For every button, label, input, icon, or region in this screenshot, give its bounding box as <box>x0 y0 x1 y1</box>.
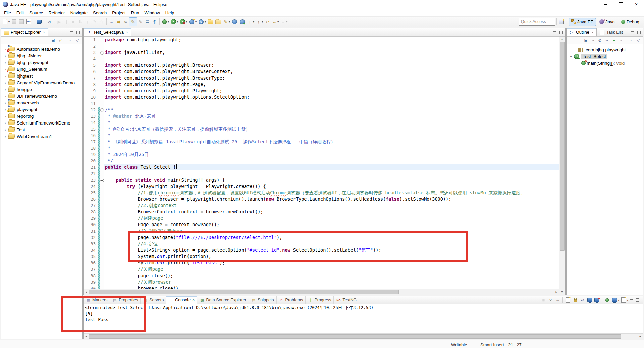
expand-chevron-icon[interactable]: › <box>3 94 8 99</box>
last-edit-location-button[interactable]: ↩ <box>264 18 271 26</box>
code-line[interactable]: 29 //创建page <box>84 215 559 221</box>
sort-button[interactable]: ↓a <box>589 37 596 44</box>
code-line[interactable]: 37 //关闭page <box>84 266 559 272</box>
project-item[interactable]: ›!Bjhg_Selenium <box>1 66 82 72</box>
code-line[interactable]: 39 //关闭browser <box>84 279 559 285</box>
maximize-editor-button[interactable] <box>559 31 563 34</box>
code-line[interactable]: 24 try (Playwright playwright = Playwrig… <box>84 183 559 190</box>
outline-package-item[interactable]: com.bjhg.playwright <box>567 46 643 53</box>
filters-button[interactable]: ◦◦ <box>628 37 635 44</box>
code-line[interactable]: 32 page.navigate("file:///E:/Desktop/tes… <box>84 234 559 241</box>
scroll-lock-button[interactable] <box>572 296 579 304</box>
scroll-up-icon[interactable]: ▴ <box>559 37 565 42</box>
task-marker-button[interactable]: ✎▾ <box>222 18 231 26</box>
import-folder-button[interactable] <box>214 18 222 26</box>
console-monitor-button[interactable] <box>36 18 43 26</box>
project-item[interactable]: ›Mmavenweb <box>1 99 82 106</box>
code-line[interactable]: 40 browser.close(); <box>84 285 559 289</box>
web-service-button[interactable]: ▾ <box>197 18 207 26</box>
project-item[interactable]: ›bjhg_playwright <box>1 59 82 66</box>
display-console-dropdown-icon[interactable]: ▾ <box>618 299 619 302</box>
forward-button[interactable]: →▾ <box>279 18 288 26</box>
expand-chevron-icon[interactable]: › <box>3 60 8 65</box>
new-server-dropdown-icon[interactable]: ▾ <box>195 20 197 23</box>
expand-chevron-icon[interactable]: › <box>3 87 8 92</box>
scroll-left-icon[interactable]: ◂ <box>84 289 89 295</box>
back-dropdown-icon[interactable]: ▾ <box>277 20 279 23</box>
remove-all-terminated-button[interactable]: ×× <box>554 296 561 304</box>
save-button[interactable] <box>10 18 18 26</box>
menu-file[interactable]: File <box>1 10 14 16</box>
expand-chevron-icon[interactable]: › <box>3 120 8 126</box>
new-wizard-button[interactable]: ▾ <box>1 18 10 26</box>
tab-console[interactable]: Console× <box>166 296 197 304</box>
code-line[interactable]: 22 <box>84 170 559 177</box>
open-wizard-folder-button[interactable] <box>207 18 214 26</box>
console-horizontal-scrollbar[interactable]: ◂ ▸ <box>84 333 643 339</box>
perspective-java[interactable]: Java <box>597 18 617 26</box>
save-all-button[interactable] <box>18 18 25 26</box>
project-item[interactable]: ›JDFrameworkDemo <box>1 93 82 99</box>
skip-all-breakpoints-button[interactable]: ⊘ <box>46 18 53 26</box>
menu-source[interactable]: Source <box>26 10 46 16</box>
debug-button[interactable]: ▾ <box>161 18 170 26</box>
hide-static-button[interactable]: ⊘s <box>603 37 610 44</box>
new-wizard-dropdown-icon[interactable]: ▾ <box>8 20 10 23</box>
minimize-outline-button[interactable] <box>630 31 635 34</box>
code-line[interactable]: 8import com.microsoft.playwright.Page; <box>84 81 559 88</box>
menu-project[interactable]: Project <box>109 10 128 16</box>
pin-console-button[interactable] <box>603 296 611 304</box>
tab-progress[interactable]: ∥Progress <box>306 296 334 304</box>
tab-project-explorer[interactable]: Project Explorer × <box>1 28 48 36</box>
project-item[interactable]: ›Copy of VipFrameworkDemo <box>1 79 82 86</box>
terminate-button[interactable]: ■ <box>540 296 547 304</box>
new-server-button[interactable]: ▾ <box>188 18 197 26</box>
show-on-stdout-button[interactable] <box>586 296 593 304</box>
fold-collapse-icon[interactable] <box>100 108 104 112</box>
close-tab-icon[interactable]: × <box>192 298 195 302</box>
open-perspective-button[interactable] <box>558 18 564 26</box>
open-web-browser-button[interactable] <box>231 18 238 26</box>
scroll-left-icon[interactable]: ◂ <box>84 334 89 339</box>
coverage-button[interactable]: ▾ <box>179 18 188 26</box>
minimize-console-button[interactable] <box>629 298 633 302</box>
close-view-icon[interactable]: × <box>43 30 45 34</box>
expand-chevron-icon[interactable]: › <box>3 134 8 139</box>
display-console-button[interactable]: ▾ <box>611 296 620 304</box>
suspend-button[interactable]: ∥ <box>63 18 70 26</box>
project-item[interactable]: ›Test <box>1 126 82 133</box>
outline-class-item[interactable]: ▾ C Test_Select <box>567 53 643 60</box>
project-item[interactable]: ›M▲playwright <box>1 106 82 113</box>
code-line[interactable]: 1package com.bjhg.playwright; <box>84 37 559 43</box>
tab-data-source-explorer[interactable]: ▩Data Source Explorer <box>197 296 249 304</box>
close-button[interactable]: × <box>629 0 644 9</box>
expand-chevron-icon[interactable]: › <box>3 73 8 79</box>
hide-local-types-button[interactable]: ⊘L <box>618 37 625 44</box>
maximize-view-button[interactable] <box>76 31 80 34</box>
show-whitespace-button[interactable]: ¶ <box>151 18 158 26</box>
next-annotation-dropdown-icon[interactable]: ▾ <box>253 20 254 23</box>
code-line[interactable]: 7import com.microsoft.playwright.Browser… <box>84 75 559 81</box>
scroll-right-icon[interactable]: ▸ <box>554 289 559 295</box>
back-button[interactable]: ←▾ <box>271 18 279 26</box>
tab-task-list[interactable]: Task List <box>597 28 626 36</box>
code-line[interactable]: 26 Browser browser = playwright.chromium… <box>84 196 559 202</box>
tab-properties[interactable]: ▤Properties <box>110 296 141 304</box>
code-editor[interactable]: 1package com.bjhg.playwright;23import ja… <box>84 37 559 289</box>
word-wrap-button[interactable]: ↵ <box>579 296 586 304</box>
expand-chevron-icon[interactable]: › <box>3 53 8 58</box>
outline-method-item[interactable]: main(String[]) : void <box>567 60 643 66</box>
menu-navigate[interactable]: Navigate <box>68 10 90 16</box>
next-annotation-button[interactable]: ↓▾ <box>246 18 255 26</box>
editor-vertical-scrollbar[interactable]: ▴ ▾ <box>559 37 565 295</box>
code-line[interactable]: 2 <box>84 43 559 49</box>
new-testng-run-button[interactable]: tG <box>122 18 129 26</box>
forward-dropdown-icon[interactable]: ▾ <box>286 20 287 23</box>
perspective-debug[interactable]: Debug <box>618 18 642 26</box>
code-line[interactable]: 30 Page page = context.newPage(); <box>84 221 559 228</box>
open-console-button[interactable]: ▾ <box>620 296 629 304</box>
code-line[interactable]: 6import com.microsoft.playwright.Browser… <box>84 68 559 75</box>
view-menu-button[interactable]: ▽ <box>635 37 642 44</box>
code-line[interactable]: 10import com.microsoft.playwright.option… <box>84 94 559 100</box>
scroll-right-icon[interactable]: ▸ <box>638 334 643 339</box>
